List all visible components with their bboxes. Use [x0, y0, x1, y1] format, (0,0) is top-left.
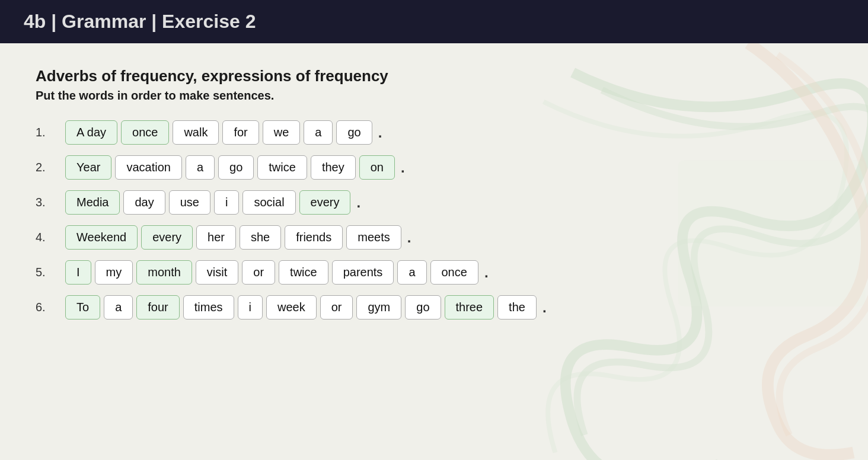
row-number: 4. — [36, 231, 65, 244]
sentence-row: 1.A dayoncewalkforweago. — [36, 120, 832, 145]
word-chip[interactable]: I — [65, 260, 91, 285]
word-chip[interactable]: she — [240, 225, 281, 250]
word-chip[interactable]: every — [141, 225, 193, 250]
words-container: Imymonthvisitortwiceparentsaonce. — [65, 260, 489, 285]
word-chip[interactable]: day — [123, 190, 165, 215]
sentence-period: . — [407, 229, 411, 246]
word-chip[interactable]: walk — [173, 120, 219, 145]
word-chip[interactable]: To — [65, 295, 100, 320]
word-chip[interactable]: a — [186, 155, 215, 180]
sentence-period: . — [401, 159, 405, 176]
sentence-row: 2.Yearvacationagotwicetheyon. — [36, 155, 832, 180]
row-number: 1. — [36, 126, 65, 139]
header: 4b | Grammar | Exercise 2 — [0, 0, 868, 43]
row-number: 3. — [36, 196, 65, 209]
row-number: 5. — [36, 266, 65, 279]
row-number: 6. — [36, 301, 65, 314]
sentence-period: . — [542, 299, 547, 316]
word-chip[interactable]: once — [121, 120, 169, 145]
word-chip[interactable]: meets — [346, 225, 401, 250]
content-wrap: Adverbs of frequency, expressions of fre… — [36, 67, 832, 320]
word-chip[interactable]: month — [136, 260, 192, 285]
word-chip[interactable]: four — [136, 295, 179, 320]
word-chip[interactable]: go — [218, 155, 254, 180]
word-chip[interactable]: once — [430, 260, 478, 285]
word-chip[interactable]: Weekend — [65, 225, 138, 250]
exercise-subtitle: Put the words in order to make sentences… — [36, 89, 832, 103]
word-chip[interactable]: parents — [332, 260, 394, 285]
word-chip[interactable]: Year — [65, 155, 111, 180]
word-chip[interactable]: Media — [65, 190, 120, 215]
word-chip[interactable]: a — [397, 260, 426, 285]
word-chip[interactable]: A day — [65, 120, 117, 145]
words-container: Yearvacationagotwicetheyon. — [65, 155, 405, 180]
word-chip[interactable]: they — [311, 155, 356, 180]
sentence-period: . — [378, 124, 382, 141]
main-content: Adverbs of frequency, expressions of fre… — [0, 43, 868, 460]
word-chip[interactable]: my — [95, 260, 133, 285]
word-chip[interactable]: or — [242, 260, 275, 285]
word-chip[interactable]: a — [104, 295, 133, 320]
word-chip[interactable]: three — [445, 295, 494, 320]
word-chip[interactable]: go — [336, 120, 372, 145]
exercise-title: Adverbs of frequency, expressions of fre… — [36, 67, 832, 85]
word-chip[interactable]: vacation — [115, 155, 182, 180]
word-chip[interactable]: the — [497, 295, 537, 320]
sentence-row: 3.Mediadayuseisocialevery. — [36, 190, 832, 215]
words-container: Toafourtimesiweekorgymgothreethe. — [65, 295, 547, 320]
words-container: Mediadayuseisocialevery. — [65, 190, 360, 215]
sentence-period: . — [356, 194, 360, 211]
word-chip[interactable]: i — [238, 295, 263, 320]
word-chip[interactable]: for — [222, 120, 259, 145]
word-chip[interactable]: friends — [285, 225, 343, 250]
word-chip[interactable]: we — [263, 120, 301, 145]
word-chip[interactable]: i — [214, 190, 239, 215]
word-chip[interactable]: her — [196, 225, 236, 250]
row-number: 2. — [36, 161, 65, 174]
sentences-container: 1.A dayoncewalkforweago.2.Yearvacationag… — [36, 120, 832, 320]
word-chip[interactable]: twice — [279, 260, 328, 285]
word-chip[interactable]: go — [405, 295, 441, 320]
words-container: Weekendeveryhershefriendsmeets. — [65, 225, 411, 250]
word-chip[interactable]: twice — [257, 155, 307, 180]
sentence-row: 5.Imymonthvisitortwiceparentsaonce. — [36, 260, 832, 285]
word-chip[interactable]: week — [266, 295, 317, 320]
word-chip[interactable]: a — [304, 120, 333, 145]
word-chip[interactable]: social — [242, 190, 295, 215]
sentence-row: 4.Weekendeveryhershefriendsmeets. — [36, 225, 832, 250]
word-chip[interactable]: gym — [356, 295, 401, 320]
word-chip[interactable]: every — [299, 190, 351, 215]
header-title: 4b | Grammar | Exercise 2 — [24, 11, 256, 32]
word-chip[interactable]: visit — [196, 260, 238, 285]
sentence-period: . — [484, 264, 489, 281]
word-chip[interactable]: on — [359, 155, 395, 180]
word-chip[interactable]: use — [169, 190, 210, 215]
word-chip[interactable]: or — [320, 295, 353, 320]
word-chip[interactable]: times — [183, 295, 234, 320]
sentence-row: 6.Toafourtimesiweekorgymgothreethe. — [36, 295, 832, 320]
words-container: A dayoncewalkforweago. — [65, 120, 382, 145]
